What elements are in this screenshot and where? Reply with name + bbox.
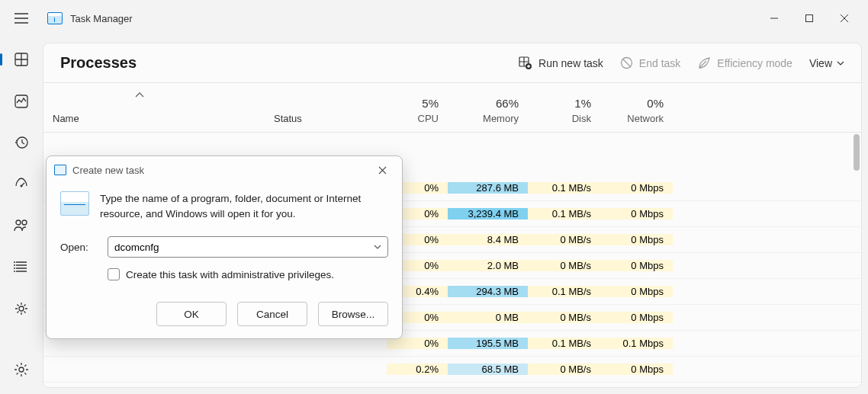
disk-pct: 1% <box>537 97 591 110</box>
svg-point-7 <box>14 261 15 263</box>
column-network[interactable]: 0% Network <box>600 83 673 132</box>
cpu-label: CPU <box>396 113 439 124</box>
table-row[interactable]: 0.2%68.5 MB0 MB/s0 Mbps <box>43 357 861 383</box>
svg-point-12 <box>19 367 24 372</box>
cpu-pct: 5% <box>396 97 439 110</box>
cell-network: 0 Mbps <box>600 260 673 271</box>
column-status[interactable]: Status <box>265 83 387 132</box>
cell-memory: 68.5 MB <box>448 364 528 375</box>
sidebar-item-processes[interactable] <box>6 47 37 72</box>
cell-disk: 0 MB/s <box>528 364 600 375</box>
cell-disk: 0 MB/s <box>528 312 600 323</box>
cell-memory: 287.6 MB <box>448 182 528 194</box>
cell-memory: 8.4 MB <box>448 234 528 245</box>
open-combobox[interactable]: dcomcnfg <box>108 236 388 258</box>
column-status-label: Status <box>274 113 378 124</box>
cell-memory: 195.5 MB <box>448 338 528 349</box>
processes-icon <box>14 52 29 67</box>
performance-icon <box>14 94 29 109</box>
column-name-label: Name <box>53 113 256 124</box>
sort-indicator-icon <box>135 89 144 101</box>
cell-network: 0 Mbps <box>600 182 673 194</box>
sidebar-item-services[interactable] <box>6 296 37 321</box>
page-title: Processes <box>60 54 137 72</box>
cell-network: 0 Mbps <box>600 364 673 375</box>
hamburger-menu-button[interactable] <box>6 3 37 34</box>
cell-disk: 0.1 MB/s <box>528 286 600 297</box>
svg-point-8 <box>14 264 15 266</box>
cell-memory: 2.0 MB <box>448 260 528 271</box>
svg-point-11 <box>19 306 24 311</box>
users-icon <box>13 218 30 233</box>
efficiency-mode-button: Efficiency mode <box>697 56 792 70</box>
app-icon <box>47 12 63 24</box>
scrollbar-thumb[interactable] <box>854 134 860 171</box>
admin-privileges-checkbox[interactable] <box>108 268 120 280</box>
close-icon <box>378 166 387 175</box>
cell-disk: 0.1 MB/s <box>528 182 600 194</box>
column-memory[interactable]: 66% Memory <box>448 83 528 132</box>
window-controls <box>757 6 862 30</box>
column-disk[interactable]: 1% Disk <box>528 83 600 132</box>
svg-point-5 <box>16 220 21 225</box>
dialog-titlebar: Create new task <box>47 156 402 184</box>
dialog-description: Type the name of a program, folder, docu… <box>100 191 388 221</box>
memory-pct: 66% <box>457 97 519 110</box>
svg-point-10 <box>14 271 15 272</box>
network-pct: 0% <box>609 97 664 110</box>
cell-disk: 0 MB/s <box>528 234 600 245</box>
end-task-label: End task <box>639 57 680 69</box>
details-icon <box>14 259 29 274</box>
sidebar <box>0 37 43 394</box>
dialog-close-button[interactable] <box>370 159 394 181</box>
cell-disk: 0 MB/s <box>528 260 600 271</box>
table-header: Name Status 5% CPU 66% Memory 1% Disk 0%… <box>43 82 861 133</box>
cell-network: 0 Mbps <box>600 234 673 245</box>
svg-point-6 <box>22 220 27 225</box>
sidebar-item-settings[interactable] <box>6 354 37 385</box>
sidebar-item-users[interactable] <box>6 213 37 238</box>
title-bar: Task Manager <box>0 0 868 37</box>
services-icon <box>14 301 29 316</box>
cell-network: 0 Mbps <box>600 208 673 219</box>
end-task-icon <box>620 56 633 69</box>
minimize-button[interactable] <box>757 6 792 30</box>
cell-memory: 294.3 MB <box>448 286 528 297</box>
cell-disk: 0.1 MB/s <box>528 338 600 349</box>
run-new-task-button[interactable]: Run new task <box>519 56 603 70</box>
create-new-task-dialog: Create new task Type the name of a progr… <box>46 155 403 339</box>
efficiency-mode-label: Efficiency mode <box>717 57 792 69</box>
cell-network: 0 Mbps <box>600 312 673 323</box>
gear-icon <box>14 362 29 377</box>
cell-memory: 3,239.4 MB <box>448 208 528 219</box>
sidebar-item-details[interactable] <box>6 255 37 279</box>
content-header: Processes Run new task End task Efficien… <box>43 43 861 82</box>
sidebar-item-app-history[interactable] <box>6 130 37 155</box>
history-icon <box>14 135 29 150</box>
browse-button[interactable]: Browse... <box>318 302 388 326</box>
sidebar-item-startup[interactable] <box>6 171 37 196</box>
cell-network: 0 Mbps <box>600 286 673 297</box>
dialog-title: Create new task <box>72 165 144 176</box>
dialog-icon <box>54 165 66 175</box>
svg-rect-0 <box>806 15 813 22</box>
maximize-button[interactable] <box>792 6 827 30</box>
cell-network: 0.1 Mbps <box>600 338 673 349</box>
column-cpu[interactable]: 5% CPU <box>387 83 448 132</box>
cell-cpu: 0.2% <box>387 364 448 375</box>
run-icon <box>60 191 89 216</box>
startup-icon <box>14 176 29 191</box>
svg-point-9 <box>14 267 15 269</box>
column-name[interactable]: Name <box>43 83 265 132</box>
chevron-down-icon <box>374 245 381 249</box>
cancel-button[interactable]: Cancel <box>237 302 307 326</box>
view-label: View <box>809 57 832 69</box>
open-value: dcomcnfg <box>114 242 159 253</box>
ok-button[interactable]: OK <box>156 302 227 326</box>
close-button[interactable] <box>827 6 862 30</box>
cell-memory: 0 MB <box>448 312 528 323</box>
cell-cpu: 0% <box>387 338 448 349</box>
sidebar-item-performance[interactable] <box>6 88 37 113</box>
view-dropdown[interactable]: View <box>809 57 844 69</box>
run-task-icon <box>519 56 532 70</box>
